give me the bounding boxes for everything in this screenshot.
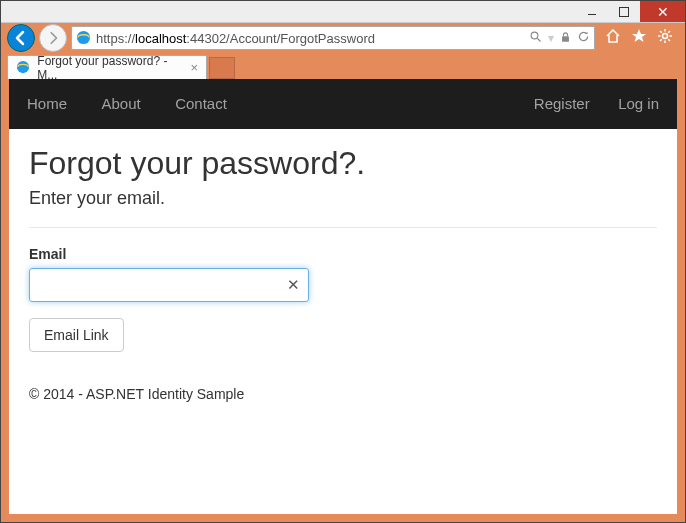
email-field[interactable] bbox=[38, 269, 287, 301]
browser-tab[interactable]: Forgot your password? - M... × bbox=[7, 55, 207, 79]
browser-chrome-icons bbox=[599, 28, 679, 48]
navbar-right: Register Log in bbox=[510, 95, 659, 113]
back-button[interactable] bbox=[7, 24, 35, 52]
svg-point-0 bbox=[77, 31, 90, 44]
svg-point-4 bbox=[663, 34, 668, 39]
svg-line-2 bbox=[538, 38, 541, 41]
svg-line-9 bbox=[660, 31, 662, 33]
titlebar: ✕ bbox=[1, 1, 685, 23]
url-host: localhost bbox=[135, 31, 186, 46]
favorites-icon[interactable] bbox=[631, 28, 647, 48]
refresh-icon[interactable] bbox=[577, 30, 590, 46]
svg-point-1 bbox=[531, 32, 538, 39]
input-clear-icon[interactable]: ✕ bbox=[287, 276, 300, 294]
tab-title: Forgot your password? - M... bbox=[37, 54, 184, 82]
new-tab-button[interactable] bbox=[209, 57, 235, 79]
svg-rect-3 bbox=[562, 36, 569, 42]
tab-close-icon[interactable]: × bbox=[190, 60, 198, 75]
nav-contact[interactable]: Contact bbox=[175, 95, 227, 112]
nav-login[interactable]: Log in bbox=[618, 95, 659, 112]
site-navbar: Home About Contact Register Log in bbox=[9, 79, 677, 129]
address-bar[interactable]: https://localhost:44302/Account/ForgotPa… bbox=[71, 26, 595, 50]
arrow-right-icon bbox=[46, 31, 60, 45]
ie-icon bbox=[76, 30, 92, 46]
settings-icon[interactable] bbox=[657, 28, 673, 48]
address-bar-icons: ▾ bbox=[530, 30, 590, 46]
navbar-left: Home About Contact bbox=[27, 95, 257, 113]
svg-line-12 bbox=[668, 31, 670, 33]
url-scheme: https:// bbox=[96, 31, 135, 46]
home-icon[interactable] bbox=[605, 28, 621, 48]
forward-button[interactable] bbox=[39, 24, 67, 52]
url-path: :44302/Account/ForgotPassword bbox=[186, 31, 375, 46]
nav-register[interactable]: Register bbox=[534, 95, 590, 112]
browser-window: ✕ https://localhost:44302/Account/Forgot… bbox=[0, 0, 686, 523]
separator: ▾ bbox=[548, 31, 554, 45]
page-subheading: Enter your email. bbox=[29, 188, 657, 209]
arrow-left-icon bbox=[13, 30, 29, 46]
nav-about[interactable]: About bbox=[101, 95, 140, 112]
email-field-wrap: ✕ bbox=[29, 268, 309, 302]
email-label: Email bbox=[29, 246, 657, 262]
page-content: Forgot your password?. Enter your email.… bbox=[9, 129, 677, 418]
svg-point-13 bbox=[17, 60, 29, 72]
nav-home[interactable]: Home bbox=[27, 95, 67, 112]
page-heading: Forgot your password?. bbox=[29, 145, 657, 182]
page-viewport: Home About Contact Register Log in Forgo… bbox=[9, 79, 677, 514]
svg-line-10 bbox=[668, 39, 670, 41]
search-icon[interactable] bbox=[530, 31, 542, 46]
divider bbox=[29, 227, 657, 228]
svg-line-11 bbox=[660, 39, 662, 41]
browser-toolbar: https://localhost:44302/Account/ForgotPa… bbox=[1, 23, 685, 53]
window-maximize-button[interactable] bbox=[608, 1, 640, 22]
lock-icon bbox=[560, 31, 571, 46]
window-close-button[interactable]: ✕ bbox=[640, 1, 685, 22]
window-minimize-button[interactable] bbox=[576, 1, 608, 22]
email-link-button[interactable]: Email Link bbox=[29, 318, 124, 352]
tab-strip: Forgot your password? - M... × bbox=[1, 53, 685, 79]
page-footer: © 2014 - ASP.NET Identity Sample bbox=[29, 386, 657, 402]
ie-icon bbox=[16, 60, 31, 76]
url-text: https://localhost:44302/Account/ForgotPa… bbox=[96, 31, 526, 46]
